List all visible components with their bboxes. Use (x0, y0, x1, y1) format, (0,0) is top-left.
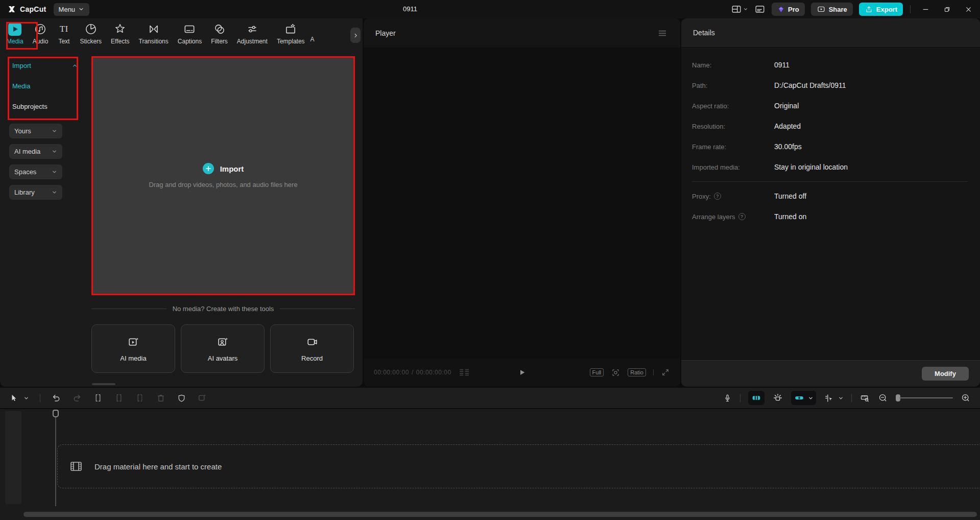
media-panel-scrollbar[interactable] (92, 383, 115, 385)
chevron-down-icon (23, 395, 29, 401)
timeline-drop-hint: Drag material here and start to create (94, 462, 222, 471)
magnetic-snap-toggle[interactable] (748, 391, 764, 405)
delete-left-button[interactable] (114, 393, 124, 403)
delete-button[interactable] (156, 393, 166, 403)
clip-export-button[interactable] (197, 393, 207, 403)
export-label: Export (876, 6, 897, 13)
export-button[interactable]: Export (859, 3, 903, 16)
restore-button[interactable] (939, 2, 954, 17)
panel-toggle-button[interactable] (754, 4, 766, 15)
delete-right-button[interactable] (135, 393, 145, 403)
pro-label: Pro (788, 6, 799, 13)
ai-avatars-card[interactable]: AI avatars (181, 324, 265, 373)
audio-icon (34, 22, 47, 36)
import-label: Import (220, 164, 244, 173)
tab-audio[interactable]: Audio (28, 22, 53, 45)
titlebar: CapCut Menu 0911 (0, 0, 980, 18)
sidebar-item-subprojects[interactable]: Subprojects (12, 96, 78, 116)
media-tabbar: Media Audio TI Text Stickers (0, 18, 363, 51)
tab-captions[interactable]: Captions (173, 22, 206, 45)
mask-button[interactable] (177, 393, 186, 403)
timecode: 00:00:00:00 / 00:00:00:00 (374, 369, 451, 376)
magnet-icon (751, 392, 762, 404)
timeline-toolbar (0, 388, 980, 408)
playhead-handle[interactable] (53, 410, 59, 417)
playhead[interactable] (53, 410, 59, 417)
capcut-logo: CapCut (7, 5, 46, 14)
snap-icon (772, 392, 783, 404)
cursor-icon (9, 393, 19, 403)
zoom-out-button[interactable] (878, 393, 888, 403)
tab-templates[interactable]: Templates (272, 22, 309, 45)
tab-text[interactable]: TI Text (53, 22, 75, 45)
voiceover-button[interactable] (723, 393, 732, 403)
preview-axis-button[interactable] (824, 393, 844, 404)
fullscreen-button[interactable] (661, 368, 670, 377)
media-panel: Media Audio TI Text Stickers (0, 18, 363, 387)
timeline-zoom-slider[interactable] (896, 394, 953, 401)
project-title: 0911 (385, 0, 436, 18)
play-button[interactable] (517, 368, 527, 377)
minimize-button[interactable] (918, 2, 933, 17)
import-dropzone[interactable]: Import Drag and drop videos, photos, and… (91, 56, 355, 295)
grid-icon[interactable] (459, 368, 470, 376)
tab-filters[interactable]: Filters (206, 22, 232, 45)
undo-icon (51, 393, 61, 403)
ai-media-card[interactable]: AI media (91, 324, 175, 373)
chevron-down-icon (52, 128, 57, 134)
close-button[interactable] (961, 2, 976, 17)
help-icon[interactable]: ? (714, 193, 721, 200)
preview-snap-button[interactable] (772, 392, 783, 404)
ratio-button[interactable]: Ratio (628, 368, 646, 376)
tab-partial[interactable]: A (309, 22, 321, 43)
templates-icon (284, 22, 297, 36)
sidebar-group-library[interactable]: Library (9, 185, 62, 200)
tab-transitions[interactable]: Transitions (134, 22, 173, 45)
details-body: Name: 0911 Path: D:/CapCut Drafts/0911 A… (681, 48, 980, 227)
film-icon (70, 461, 82, 472)
track-height-button[interactable] (859, 393, 870, 404)
player-panel: Player 00:00:00:00 / 00:00:00:00 (364, 18, 680, 387)
sidebar-group-spaces[interactable]: Spaces (9, 164, 62, 179)
sidebar-group-yours[interactable]: Yours (9, 124, 62, 138)
sidebar-item-media[interactable]: Media (12, 76, 78, 96)
player-viewport[interactable] (364, 48, 680, 358)
create-tools: AI media AI avatars Record (91, 324, 354, 373)
modify-button[interactable]: Modify (922, 367, 969, 381)
ruler-zoom-icon (859, 393, 870, 404)
timeline-dropzone[interactable]: Drag material here and start to create (57, 444, 980, 488)
split-button[interactable] (93, 393, 103, 403)
sidebar-group-ai-media[interactable]: AI media (9, 144, 62, 159)
tabbar-scroll-right-button[interactable] (350, 28, 361, 43)
focus-button[interactable] (611, 368, 620, 377)
menu-button[interactable]: Menu (54, 3, 90, 16)
tab-adjustment[interactable]: Adjustment (232, 22, 272, 45)
drag-hint: Drag and drop videos, photos, and audio … (149, 181, 297, 188)
pro-button[interactable]: Pro (772, 3, 805, 16)
sidebar-item-import[interactable]: Import (12, 55, 78, 76)
tool-card-label: AI media (120, 354, 146, 362)
capcut-app: CapCut Menu 0911 (0, 0, 980, 520)
record-card[interactable]: Record (270, 324, 354, 373)
select-tool-button[interactable] (9, 393, 29, 403)
tab-stickers[interactable]: Stickers (75, 22, 106, 45)
transitions-icon (147, 22, 160, 36)
share-icon (817, 5, 826, 14)
hamburger-icon[interactable] (658, 30, 667, 37)
undo-button[interactable] (51, 393, 61, 403)
zoom-in-button[interactable] (961, 393, 971, 403)
tab-effects[interactable]: Effects (106, 22, 134, 45)
detail-row-resolution: Resolution: Adapted (692, 116, 980, 136)
tab-media[interactable]: Media (2, 22, 28, 45)
media-icon (8, 22, 21, 36)
link-toggle[interactable] (791, 391, 816, 405)
layout-select-button[interactable] (731, 4, 748, 15)
redo-button[interactable] (72, 393, 82, 403)
timeline-scrollbar[interactable] (23, 512, 977, 517)
record-icon (306, 336, 319, 348)
timeline[interactable]: Drag material here and start to create (0, 409, 980, 520)
help-icon[interactable]: ? (738, 213, 746, 220)
share-button[interactable]: Share (811, 3, 853, 16)
details-title: Details (693, 29, 715, 37)
full-button[interactable]: Full (590, 368, 604, 376)
